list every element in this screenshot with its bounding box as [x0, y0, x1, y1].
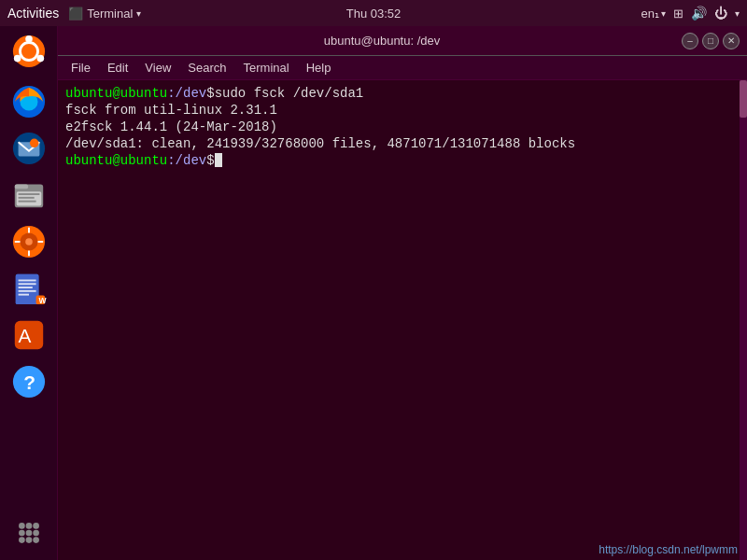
terminal-menu-label: Terminal — [87, 7, 133, 21]
sidebar-dock: W A ? — [0, 26, 58, 560]
mail-icon — [11, 131, 47, 166]
prompt-dollar-1: $ — [206, 86, 214, 101]
sidebar-item-ubuntu[interactable] — [7, 30, 50, 73]
command-line-1: ubuntu@ubuntu :/dev $ sudo fsck /dev/sda… — [65, 86, 740, 101]
svg-point-2 — [25, 35, 33, 43]
prompt-path-2: :/dev — [167, 153, 206, 168]
sidebar-item-apps[interactable] — [7, 511, 50, 554]
topbar: Activities ⬛ Terminal ▾ Thu 03:52 en₁ ▾ … — [0, 0, 747, 26]
svg-rect-15 — [18, 201, 35, 203]
sidebar-item-mail[interactable] — [7, 127, 50, 170]
prompt-dollar-2: $ — [206, 153, 214, 168]
svg-rect-24 — [15, 274, 38, 304]
menu-terminal[interactable]: Terminal — [236, 59, 297, 77]
activities-button[interactable]: Activities — [7, 6, 59, 21]
svg-point-40 — [25, 530, 32, 537]
music-icon — [11, 224, 47, 259]
svg-rect-28 — [18, 290, 35, 292]
sidebar-item-music[interactable] — [7, 220, 50, 263]
svg-point-18 — [25, 238, 33, 245]
output-line-3: /dev/sda1: clean, 241939/32768000 files,… — [65, 136, 740, 151]
scrollbar-thumb[interactable] — [740, 80, 747, 118]
svg-rect-29 — [18, 294, 28, 296]
lang-label: en₁ — [641, 7, 659, 21]
firefox-icon — [11, 84, 47, 119]
sidebar-item-help[interactable]: ? — [7, 360, 50, 403]
menu-file[interactable]: File — [63, 59, 98, 77]
system-menu-chevron[interactable]: ▾ — [735, 8, 740, 19]
sidebar-item-writer[interactable]: W — [7, 267, 50, 310]
sidebar-item-firefox[interactable] — [7, 80, 50, 123]
svg-point-3 — [13, 55, 21, 63]
maximize-button[interactable]: □ — [702, 33, 719, 49]
svg-point-41 — [33, 530, 39, 537]
url-bar: https://blog.csdn.net/lpwmm — [599, 543, 738, 556]
main-layout: W A ? — [0, 26, 747, 560]
apps-grid-icon — [11, 515, 47, 551]
command-line-2: ubuntu@ubuntu :/dev $ — [65, 153, 740, 168]
svg-point-38 — [33, 523, 39, 529]
svg-rect-11 — [14, 185, 27, 189]
power-icon[interactable]: ⏻ — [714, 6, 727, 21]
terminal-menu-button[interactable]: ⬛ Terminal ▾ — [68, 7, 141, 21]
svg-point-37 — [25, 523, 32, 529]
svg-point-9 — [29, 139, 38, 148]
svg-text:?: ? — [23, 371, 35, 393]
terminal-cursor — [215, 153, 222, 167]
output-line-2: e2fsck 1.44.1 (24-Mar-2018) — [65, 119, 740, 134]
topbar-clock[interactable]: Thu 03:52 — [346, 7, 402, 21]
url-text: https://blog.csdn.net/lpwmm — [599, 543, 738, 556]
help-icon: ? — [11, 364, 47, 399]
svg-point-43 — [25, 537, 32, 543]
svg-point-36 — [19, 523, 25, 529]
close-button[interactable]: ✕ — [723, 33, 740, 49]
svg-point-4 — [36, 55, 44, 63]
svg-point-42 — [19, 537, 25, 543]
ubuntu-logo-icon — [11, 34, 47, 69]
terminal-menu-chevron: ▾ — [136, 8, 141, 19]
svg-rect-27 — [18, 287, 32, 288]
terminal-menu-icon: ⬛ — [68, 7, 83, 21]
svg-text:A: A — [18, 325, 31, 346]
menu-view[interactable]: View — [137, 59, 178, 77]
svg-rect-14 — [18, 197, 34, 199]
svg-rect-26 — [18, 283, 35, 285]
scrollbar[interactable] — [740, 80, 747, 560]
software-icon: A — [11, 317, 47, 353]
lang-indicator[interactable]: en₁ ▾ — [641, 7, 666, 21]
prompt-user-2: ubuntu@ubuntu — [65, 153, 167, 168]
writer-icon: W — [11, 271, 47, 306]
sidebar-item-files[interactable] — [7, 174, 50, 217]
topbar-left: Activities ⬛ Terminal ▾ — [7, 6, 141, 21]
output-line-1: fsck from util-linux 2.31.1 — [65, 103, 740, 118]
lang-chevron: ▾ — [661, 8, 666, 19]
network-icon[interactable]: ⊞ — [673, 7, 684, 21]
clock-time: Thu 03:52 — [346, 7, 402, 21]
svg-text:W: W — [38, 296, 47, 305]
svg-point-39 — [19, 530, 25, 537]
volume-icon[interactable]: 🔊 — [691, 6, 707, 21]
files-icon — [11, 177, 47, 213]
terminal-content[interactable]: ubuntu@ubuntu :/dev $ sudo fsck /dev/sda… — [58, 80, 747, 560]
terminal-titlebar: ubuntu@ubuntu: /dev – □ ✕ — [58, 26, 747, 56]
menu-help[interactable]: Help — [299, 59, 339, 77]
menu-search[interactable]: Search — [180, 59, 233, 77]
sidebar-item-software[interactable]: A — [7, 314, 50, 357]
svg-rect-25 — [18, 280, 35, 282]
window-buttons: – □ ✕ — [682, 33, 740, 49]
menu-edit[interactable]: Edit — [100, 59, 135, 77]
command-text-1: sudo fsck /dev/sda1 — [215, 86, 364, 101]
svg-point-44 — [33, 537, 39, 543]
prompt-user-1: ubuntu@ubuntu — [65, 86, 167, 101]
minimize-button[interactable]: – — [682, 33, 698, 49]
prompt-path-1: :/dev — [167, 86, 206, 101]
terminal-menubar: File Edit View Search Terminal Help — [58, 56, 747, 80]
svg-rect-13 — [18, 193, 39, 195]
topbar-right: en₁ ▾ ⊞ 🔊 ⏻ ▾ — [641, 6, 740, 21]
terminal-window-title: ubuntu@ubuntu: /dev — [82, 34, 682, 48]
